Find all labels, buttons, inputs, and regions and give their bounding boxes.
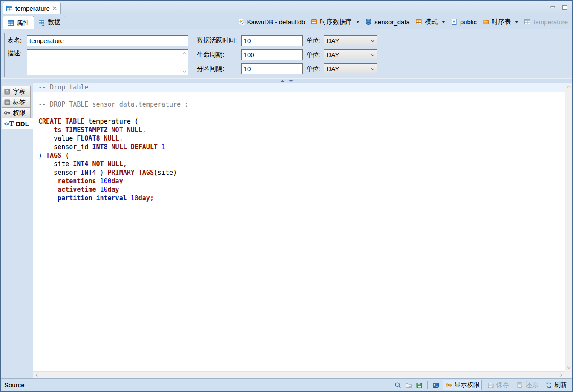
lifecycle-label: 生命周期:: [197, 51, 241, 59]
chevron-down-icon[interactable]: [442, 21, 445, 23]
chevron-down-icon[interactable]: [356, 21, 360, 23]
ts-database-icon: [311, 18, 317, 25]
code-line: ) TAGS (: [33, 151, 565, 160]
ddl-icon: <>T: [4, 120, 14, 127]
show-permissions-button[interactable]: 显示权限: [443, 380, 482, 390]
save-icon: [487, 382, 494, 389]
code-line: partition interval 10day;: [33, 194, 565, 202]
lifecycle-input[interactable]: [241, 49, 303, 60]
code-line: ts TIMESTAMPTZ NOT NULL,: [33, 126, 565, 134]
code-line: -- DROP TABLE sensor_data.temperature ;: [33, 100, 565, 109]
maximize-icon[interactable]: [562, 4, 568, 10]
chevron-down-icon: [371, 53, 375, 57]
vertical-scrollbar[interactable]: [565, 83, 572, 371]
scroll-up-icon[interactable]: [565, 83, 573, 90]
collapse-down-icon[interactable]: [289, 80, 293, 82]
editor-tab-title: temperature: [15, 5, 50, 12]
document-icon: [451, 18, 458, 25]
save-label: 保存: [496, 381, 509, 389]
save-green-icon[interactable]: [416, 382, 423, 389]
code-line: [33, 92, 565, 100]
active-time-input[interactable]: [241, 35, 303, 46]
code-lines[interactable]: -- Drop table -- DROP TABLE sensor_data.…: [33, 83, 565, 371]
tab-data-label: 数据: [48, 18, 60, 26]
horizontal-scrollbar[interactable]: [33, 371, 565, 378]
scroll-right-icon[interactable]: [558, 372, 565, 379]
table-icon: [7, 20, 14, 26]
sidebar-tabs: 字段 标签 权限 <>T DDL: [1, 83, 33, 378]
code-line: site INT4 NOT NULL,: [33, 160, 565, 168]
scroll-down-icon[interactable]: [565, 364, 573, 371]
code-line: CREATE TABLE temperature (: [33, 117, 565, 126]
breadcrumb-schema-type[interactable]: 模式: [415, 18, 445, 26]
splitter-sash[interactable]: [1, 78, 572, 83]
breadcrumb-database[interactable]: sensor_data: [365, 18, 410, 26]
breadcrumb-connection-label: KaiwuDB - defaultdb: [247, 18, 305, 26]
chevron-down-icon: [371, 67, 375, 71]
permission-key-icon: [445, 382, 452, 389]
name-group: 表名: 描述:: [4, 33, 191, 77]
scroll-left-icon[interactable]: [33, 372, 40, 379]
breadcrumb-connection[interactable]: KaiwuDB - defaultdb: [238, 18, 305, 26]
table-name-input[interactable]: [27, 35, 188, 46]
breadcrumb-database-type-label: 时序数据库: [320, 18, 352, 26]
sidebar-item-label: 权限: [13, 109, 26, 117]
refresh-label: 刷新: [554, 381, 567, 389]
source-label: Source: [4, 381, 25, 389]
fields-icon: [4, 88, 11, 95]
close-icon[interactable]: [52, 6, 57, 11]
refresh-button[interactable]: 刷新: [544, 380, 569, 390]
sidebar-item-ddl[interactable]: <>T DDL: [2, 118, 33, 129]
sidebar-item-label: 字段: [13, 88, 26, 96]
collapse-up-icon[interactable]: [280, 80, 285, 82]
sidebar-item-permissions[interactable]: 权限: [2, 107, 31, 118]
tab-properties-label: 属性: [17, 19, 29, 27]
ddl-editor[interactable]: -- Drop table -- DROP TABLE sensor_data.…: [33, 83, 572, 378]
show-permissions-label: 显示权限: [454, 381, 480, 389]
breadcrumb-schema[interactable]: public: [451, 18, 477, 26]
tab-properties[interactable]: 属性: [3, 16, 34, 29]
table-name-label: 表名:: [7, 37, 27, 45]
description-input[interactable]: [27, 50, 188, 75]
sidebar-item-label: 标签: [13, 98, 26, 107]
schema-icon: [415, 18, 422, 25]
breadcrumb-table-type[interactable]: 时序表: [482, 18, 518, 26]
tags-icon: [4, 99, 11, 106]
breadcrumb-database-type[interactable]: 时序数据库: [311, 18, 360, 26]
tab-data[interactable]: 数据: [34, 16, 65, 29]
minimize-icon[interactable]: [550, 4, 556, 10]
code-line: retentions 100day: [33, 177, 565, 185]
unit-value: DAY: [327, 65, 340, 72]
search-icon[interactable]: [394, 382, 401, 389]
toolbar-row: 属性 数据 KaiwuDB - defaultdb 时序数据库 sensor_d…: [1, 14, 572, 29]
chevron-down-icon[interactable]: [515, 21, 518, 23]
sidebar-item-fields[interactable]: 字段: [2, 86, 31, 97]
sidebar-item-tags[interactable]: 标签: [2, 97, 31, 108]
unit-value: DAY: [327, 37, 340, 44]
key-icon: [4, 110, 11, 116]
breadcrumb-table-type-label: 时序表: [492, 18, 511, 26]
revert-button[interactable]: 还原: [515, 380, 540, 390]
revert-label: 还原: [525, 381, 538, 389]
editor-tab-temperature[interactable]: temperature: [3, 2, 61, 14]
code-line: value FLOAT8 NULL,: [33, 134, 565, 143]
partition-input[interactable]: [241, 63, 303, 74]
code-line: activetime 10day: [33, 185, 565, 194]
active-time-unit-select[interactable]: DAY: [324, 35, 377, 46]
editor-tabbar: temperature: [1, 1, 572, 14]
code-line: sensor_id INT8 NULL DEFAULT 1: [33, 143, 565, 151]
chevron-up-icon[interactable]: [182, 52, 187, 55]
save-button[interactable]: 保存: [486, 380, 511, 390]
code-line: -- Drop table: [33, 83, 565, 92]
unit-label: 单位:: [306, 37, 324, 45]
partition-unit-select[interactable]: DAY: [324, 63, 377, 74]
terminal-icon[interactable]: [432, 382, 439, 389]
lifecycle-unit-select[interactable]: DAY: [324, 49, 377, 60]
chevron-down-icon[interactable]: [182, 70, 187, 73]
app-window: temperature 属性 数据 KaiwuDB - defaultdb 时序…: [0, 0, 573, 392]
folder-add-icon[interactable]: [405, 382, 412, 389]
separator: [427, 381, 428, 389]
kaiwudb-icon: [238, 18, 245, 25]
revert-icon: [516, 382, 523, 389]
code-line: [33, 109, 565, 117]
